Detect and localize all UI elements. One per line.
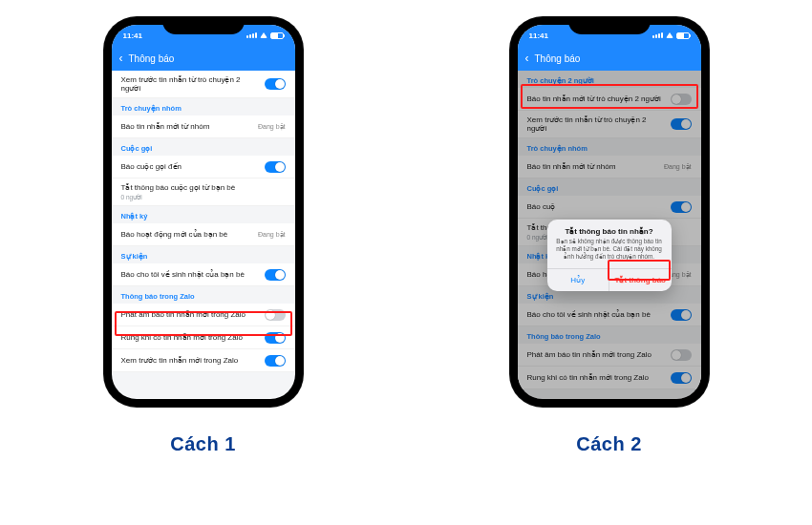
toggle-preview-2p[interactable] bbox=[265, 78, 286, 90]
status-right bbox=[246, 32, 284, 39]
row-sublabel: 0 người bbox=[121, 194, 280, 200]
row-birthday[interactable]: Báo cho tôi về sinh nhật của bạn bè bbox=[112, 263, 295, 286]
phone-frame-1: 11:41 ‹ Thông báo Xem trước tin nhắn từ … bbox=[104, 17, 303, 407]
toggle-incoming-call[interactable] bbox=[265, 161, 286, 173]
nav-header: ‹ Thông báo bbox=[518, 46, 701, 71]
screen-1: 11:41 ‹ Thông báo Xem trước tin nhắn từ … bbox=[112, 25, 295, 399]
notch bbox=[568, 17, 651, 34]
section-in-zalo: Thông báo trong Zalo bbox=[112, 286, 295, 304]
phone-frame-2: 11:41 ‹ Thông báo Trò chuyện 2 người Báo… bbox=[510, 17, 709, 407]
home-indicator bbox=[169, 400, 238, 403]
row-new-activity[interactable]: Báo hoạt động mới của bạn bè Đang bật bbox=[112, 223, 295, 246]
row-label: Xem trước tin nhắn từ trò chuyện 2 người bbox=[121, 75, 265, 93]
dialog-confirm-button[interactable]: Tắt thông báo bbox=[609, 269, 672, 291]
toggle-sound-new-msg[interactable] bbox=[265, 309, 286, 321]
nav-header: ‹ Thông báo bbox=[112, 46, 295, 71]
row-label: Báo hoạt động mới của bạn bè bbox=[121, 230, 258, 239]
toggle-preview-in-zalo[interactable] bbox=[265, 355, 286, 367]
signal-icon bbox=[246, 32, 257, 38]
dialog-title: Tắt thông báo tin nhắn? bbox=[547, 220, 672, 238]
row-incoming-call[interactable]: Báo cuộc gọi đến bbox=[112, 156, 295, 178]
row-label: Báo cho tôi về sinh nhật của bạn bè bbox=[121, 270, 265, 279]
notch bbox=[162, 17, 245, 34]
dialog-body: Bạn sẽ không nhận được thông báo tin nhắ… bbox=[547, 238, 672, 268]
row-notify-group[interactable]: Báo tin nhắn mới từ nhóm Đang bật bbox=[112, 116, 295, 138]
page-title: Thông báo bbox=[129, 53, 175, 64]
battery-icon bbox=[270, 32, 284, 39]
row-preview-2p[interactable]: Xem trước tin nhắn từ trò chuyện 2 người bbox=[112, 71, 295, 98]
row-preview-in-zalo[interactable]: Xem trước tin nhắn mới trong Zalo bbox=[112, 349, 295, 372]
row-label-text: Tắt thông báo cuộc gọi từ bạn bè bbox=[121, 183, 236, 192]
settings-list-2: Trò chuyện 2 người Báo tin nhắn mới từ t… bbox=[518, 71, 701, 399]
section-events: Sự kiện bbox=[112, 246, 295, 263]
column-left: 11:41 ‹ Thông báo Xem trước tin nhắn từ … bbox=[104, 17, 303, 455]
status-right bbox=[652, 32, 690, 39]
section-calls: Cuộc gọi bbox=[112, 138, 295, 156]
toggle-birthday[interactable] bbox=[265, 269, 286, 281]
caption-left: Cách 1 bbox=[170, 433, 236, 455]
battery-icon bbox=[676, 32, 690, 39]
row-label: Báo cuộc gọi đến bbox=[121, 162, 265, 171]
home-indicator bbox=[575, 400, 644, 403]
settings-list-1: Xem trước tin nhắn từ trò chuyện 2 người… bbox=[112, 71, 295, 399]
section-diary: Nhật ký bbox=[112, 206, 295, 223]
back-icon[interactable]: ‹ bbox=[525, 52, 529, 64]
stage: 11:41 ‹ Thông báo Xem trước tin nhắn từ … bbox=[0, 0, 812, 525]
caption-right: Cách 2 bbox=[576, 433, 642, 455]
wifi-icon bbox=[666, 32, 673, 38]
state-label: Đang bật bbox=[258, 123, 286, 131]
row-sound-new-msg[interactable]: Phát âm báo tin nhắn mới trong Zalo bbox=[112, 304, 295, 326]
section-group-chat: Trò chuyện nhóm bbox=[112, 98, 295, 116]
dialog-buttons: Hủy Tắt thông báo bbox=[547, 268, 672, 291]
row-label: Báo tin nhắn mới từ nhóm bbox=[121, 122, 258, 131]
toggle-vibrate-new-msg[interactable] bbox=[265, 332, 286, 344]
signal-icon bbox=[652, 32, 663, 38]
row-vibrate-new-msg[interactable]: Rung khi có tin nhắn mới trong Zalo bbox=[112, 326, 295, 349]
status-time: 11:41 bbox=[123, 32, 142, 40]
row-label: Rung khi có tin nhắn mới trong Zalo bbox=[121, 333, 265, 342]
dialog-cancel-button[interactable]: Hủy bbox=[547, 269, 610, 291]
screen-2: 11:41 ‹ Thông báo Trò chuyện 2 người Báo… bbox=[518, 25, 701, 399]
state-label: Đang bật bbox=[258, 231, 286, 239]
page-title: Thông báo bbox=[535, 53, 581, 64]
row-label: Tắt thông báo cuộc gọi từ bạn bè 0 người bbox=[121, 183, 286, 200]
status-time: 11:41 bbox=[529, 32, 548, 40]
row-mute-friend-call[interactable]: Tắt thông báo cuộc gọi từ bạn bè 0 người bbox=[112, 178, 295, 206]
wifi-icon bbox=[260, 32, 267, 38]
row-label: Xem trước tin nhắn mới trong Zalo bbox=[121, 356, 265, 365]
back-icon[interactable]: ‹ bbox=[119, 52, 123, 64]
row-label: Phát âm báo tin nhắn mới trong Zalo bbox=[121, 310, 265, 319]
confirm-dialog: Tắt thông báo tin nhắn? Bạn sẽ không nhậ… bbox=[547, 220, 672, 291]
column-right: 11:41 ‹ Thông báo Trò chuyện 2 người Báo… bbox=[510, 17, 709, 455]
